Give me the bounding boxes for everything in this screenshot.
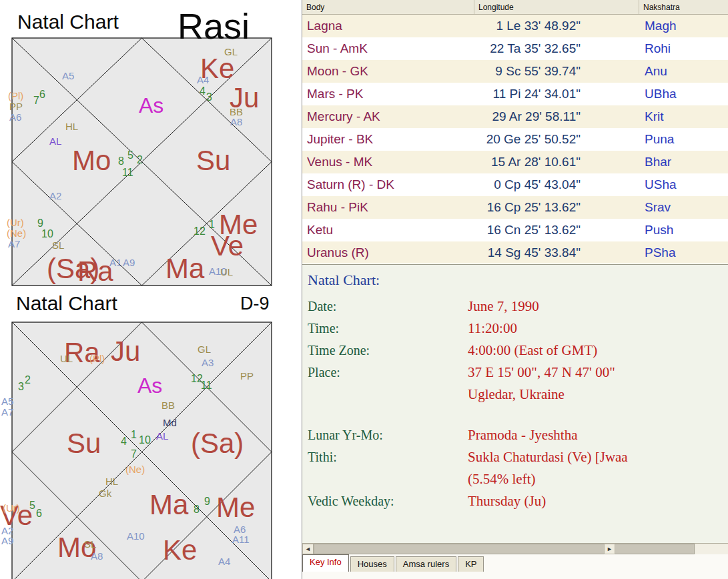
table-row[interactable]: Lagna1 Le 33' 48.92"Magh bbox=[302, 15, 728, 37]
body-cell: Uranus (R) bbox=[302, 245, 474, 260]
chart-label: A11 bbox=[232, 534, 250, 544]
body-cell: Moon - GK bbox=[302, 64, 474, 79]
longitude-cell: 14 Sg 45' 33.84" bbox=[474, 245, 639, 260]
table-row[interactable]: Moon - GK9 Sc 55' 39.74"Anu bbox=[302, 60, 728, 83]
nakshatra-cell: Puna bbox=[639, 132, 728, 147]
chart-label: AL bbox=[156, 431, 168, 441]
chart-label: GL bbox=[224, 47, 238, 57]
info-row: Time Zone:4:00:00 (East of GMT) bbox=[308, 340, 728, 362]
body-cell: Rahu - PiK bbox=[302, 200, 474, 215]
chart-label: 2 bbox=[137, 155, 143, 165]
chart-label: As bbox=[139, 95, 163, 116]
scroll-left-button[interactable]: ◄ bbox=[302, 544, 314, 554]
nakshatra-cell: Krit bbox=[639, 109, 728, 124]
longitude-cell: 16 Cn 25' 13.62" bbox=[474, 223, 639, 237]
chart-label: Su bbox=[196, 147, 230, 175]
longitude-cell: 16 Cp 25' 13.62" bbox=[474, 200, 639, 215]
tab-houses[interactable]: Houses bbox=[350, 556, 394, 572]
info-label: Date: bbox=[308, 296, 468, 318]
table-row[interactable]: Sun - AmK22 Ta 35' 32.65"Rohi bbox=[302, 37, 728, 60]
chart-label: Ma bbox=[165, 255, 204, 283]
info-label: Time: bbox=[308, 318, 468, 340]
tab-key-info[interactable]: Key Info bbox=[302, 554, 349, 572]
info-row: Date:June 7, 1990 bbox=[308, 296, 728, 318]
chart-label: A6 bbox=[234, 524, 246, 534]
chart-label: SL bbox=[84, 539, 96, 549]
info-value: Ugledar, Ukraine bbox=[468, 384, 565, 406]
chart-label: 11 bbox=[122, 167, 133, 178]
chart-label: 10 bbox=[41, 229, 53, 239]
body-cell: Saturn (R) - DK bbox=[302, 177, 474, 192]
info-row: (5.54% left) bbox=[308, 468, 728, 490]
info-value: 4:00:00 (East of GMT) bbox=[468, 340, 597, 362]
chart-label: Mo bbox=[72, 147, 111, 175]
chart-label: A9 bbox=[1, 536, 13, 546]
info-label bbox=[308, 468, 468, 490]
nakshatra-cell: PSha bbox=[639, 245, 728, 260]
chart-label: 12 bbox=[194, 226, 206, 237]
column-header-body[interactable]: Body bbox=[302, 0, 474, 14]
scroll-right-button[interactable]: ► bbox=[604, 544, 615, 554]
body-cell: Venus - MK bbox=[302, 155, 474, 169]
chart-label: 6 bbox=[36, 508, 42, 519]
d9-chart-title: Natal Chart bbox=[16, 292, 117, 315]
chart-label: (Sa) bbox=[191, 430, 244, 458]
rasi-chart-subtitle: Rasi bbox=[177, 5, 250, 47]
chart-label: PP bbox=[240, 371, 254, 381]
info-value: 37 E 15' 00", 47 N 47' 00" bbox=[468, 362, 615, 384]
tab-bar: Key InfoHousesAmsa rulersKP bbox=[302, 554, 728, 579]
table-row[interactable]: Rahu - PiK16 Cp 25' 13.62"Srav bbox=[302, 196, 728, 219]
table-row[interactable]: Uranus (R)14 Sg 45' 33.84"PSha bbox=[302, 241, 728, 263]
chart-label: 8 bbox=[118, 156, 124, 167]
table-row[interactable]: Saturn (R) - DK0 Cp 45' 43.04"USha bbox=[302, 173, 728, 196]
chart-label: Me bbox=[216, 494, 255, 522]
info-panel: Natal Chart: Date:June 7, 1990Time:11:20… bbox=[302, 264, 728, 543]
chart-label: 3 bbox=[206, 92, 212, 103]
chart-label: A2 bbox=[49, 191, 61, 201]
chart-label: (Ur) bbox=[3, 503, 20, 513]
nakshatra-cell: Srav bbox=[639, 200, 728, 215]
nakshatra-cell: UBha bbox=[639, 87, 728, 101]
table-row[interactable]: Mars - PK11 Pi 24' 34.01"UBha bbox=[302, 83, 728, 105]
column-header-nakshatra[interactable]: Nakshatra bbox=[639, 0, 728, 14]
chart-label: 4 bbox=[121, 436, 127, 447]
chart-label: 3 bbox=[18, 382, 24, 392]
body-cell: Jupiter - BK bbox=[302, 132, 474, 147]
chart-label: A7 bbox=[1, 407, 13, 417]
chart-label: (Ne) bbox=[125, 464, 145, 474]
chart-label: A7 bbox=[8, 239, 20, 249]
chart-label: 5 bbox=[29, 500, 35, 511]
tab-amsa-rulers[interactable]: Amsa rulers bbox=[396, 556, 456, 572]
chart-label: Ke bbox=[163, 536, 197, 564]
chart-label: PP bbox=[9, 101, 23, 111]
chart-label: 7 bbox=[33, 95, 39, 106]
horizontal-scrollbar[interactable]: ◄ ► bbox=[302, 543, 728, 554]
app-window: Natal Chart Rasi Natal Chart D-9 AsKeJuS… bbox=[0, 0, 728, 579]
table-row[interactable]: Venus - MK15 Ar 28' 10.61"Bhar bbox=[302, 151, 728, 173]
info-row: Place:37 E 15' 00", 47 N 47' 00" bbox=[308, 362, 728, 384]
chart-label: BB bbox=[230, 107, 243, 117]
chart-label: 10 bbox=[139, 435, 151, 446]
tab-kp[interactable]: KP bbox=[458, 556, 484, 572]
chart-label: UL bbox=[220, 267, 233, 277]
chart-label: 1 bbox=[209, 219, 215, 230]
longitude-cell: 1 Le 33' 48.92" bbox=[474, 19, 639, 33]
nakshatra-cell: Anu bbox=[639, 64, 728, 79]
chart-label: 8 bbox=[194, 504, 200, 515]
column-header-longitude[interactable]: Longitude bbox=[474, 0, 639, 14]
chart-label: 5 bbox=[127, 150, 133, 161]
longitude-cell: 9 Sc 55' 39.74" bbox=[474, 64, 639, 79]
scrollbar-thumb[interactable] bbox=[314, 544, 695, 554]
table-row[interactable]: Ketu16 Cn 25' 13.62"Push bbox=[302, 219, 728, 241]
chart-label: 2 bbox=[25, 375, 31, 386]
chart-label: (Sa) bbox=[47, 255, 99, 283]
info-label: Lunar Yr-Mo: bbox=[308, 424, 468, 446]
table-row[interactable]: Jupiter - BK20 Ge 25' 50.52"Puna bbox=[302, 128, 728, 151]
chart-label: A6 bbox=[9, 112, 21, 122]
chart-label: A5 bbox=[62, 71, 74, 81]
table-row[interactable]: Mercury - AK29 Ar 29' 58.11"Krit bbox=[302, 105, 728, 128]
nakshatra-cell: Rohi bbox=[639, 41, 728, 56]
info-label: Time Zone: bbox=[308, 340, 468, 362]
nakshatra-cell: USha bbox=[639, 177, 728, 192]
chart-label: A8 bbox=[91, 551, 103, 561]
